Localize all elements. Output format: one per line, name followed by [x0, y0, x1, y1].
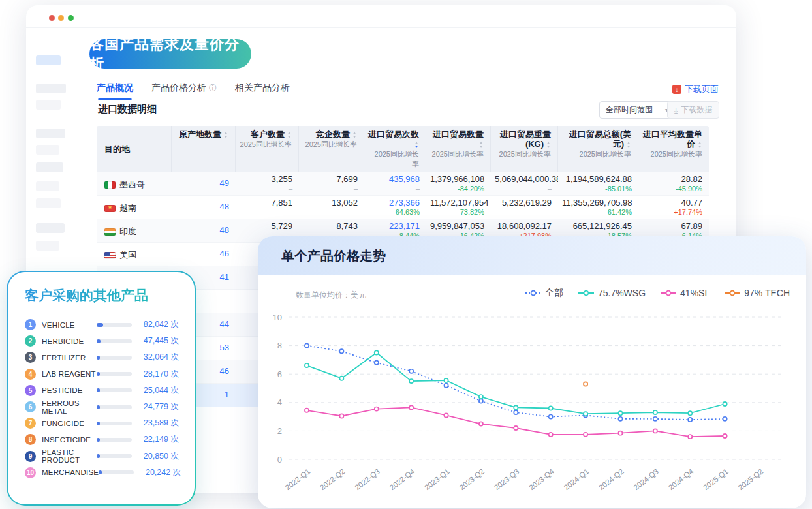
y-axis-tick: 0 [277, 455, 282, 465]
product-list-item[interactable]: 9PLASTIC PRODUCT20,850 次 [25, 448, 179, 465]
product-list-item[interactable]: 8INSECTICIDE22,149 次 [25, 431, 179, 448]
product-count-bar-fill [97, 438, 100, 442]
metric-value[interactable]: 435,968 [368, 174, 420, 185]
sidebar-skeleton-item [36, 129, 65, 138]
product-count-bar-fill [97, 422, 100, 425]
column-header[interactable]: 进口贸易总额(美元)▲▼2025同比增长率 [558, 126, 638, 172]
tab-产品价格分析[interactable]: 产品价格分析ⓘ [151, 82, 217, 100]
tab-相关产品分析[interactable]: 相关产品分析 [235, 82, 290, 100]
origin-count-cell[interactable]: 49 [172, 172, 236, 195]
data-point-75.7%WSG [339, 377, 343, 380]
tab-产品概况[interactable]: 产品概况 [97, 82, 133, 100]
data-point-41%SL [339, 414, 343, 418]
column-header[interactable]: 客户数量▲▼2025同比增长率 [236, 126, 299, 172]
country-name: 美国 [119, 249, 136, 261]
legend-item-75.7%WSG[interactable]: 75.7%WSG [578, 288, 646, 298]
sidebar-skeleton-item [36, 181, 59, 191]
metric-value[interactable]: 273,366 [368, 198, 420, 208]
column-subheader: 2025同比增长率 [562, 149, 631, 159]
sort-icon[interactable]: ▲▼ [478, 141, 484, 149]
metric-value[interactable]: 223,171 [368, 221, 420, 232]
data-point-75.7%WSG [653, 410, 657, 414]
column-header[interactable]: 进口平均数量单价▲▼2025同比增长率 [638, 126, 709, 172]
legend-item-41%SL[interactable]: 41%SL [660, 288, 710, 298]
sort-icon[interactable]: ▲▼ [697, 141, 702, 149]
sort-icon[interactable]: ▲▼ [223, 131, 228, 139]
legend-item-97% TECH[interactable]: 97% TECH [724, 288, 790, 298]
column-header[interactable]: 进口贸易数量▲▼2025同比增长率 [426, 126, 491, 172]
legend-item-全部[interactable]: 全部 [525, 287, 563, 299]
metric-value: 5,232,619.29 [495, 198, 552, 208]
product-list-item[interactable]: 6FERROUS METAL24,779 次 [25, 399, 179, 415]
legend-marker-icon [724, 290, 741, 296]
metric-cell: 435,968– [364, 172, 426, 195]
growth-rate: – [303, 208, 358, 217]
growth-rate: +17.74% [642, 208, 702, 217]
column-header-origin-count[interactable]: 原产地数量▲▼ [172, 126, 236, 172]
close-window-icon[interactable] [49, 15, 55, 21]
product-name: HERBICIDE [42, 337, 97, 345]
metric-value: 8,743 [303, 221, 358, 232]
metric-cell: 3,255– [236, 172, 299, 195]
origin-count-cell[interactable]: 48 [172, 196, 236, 219]
download-page-link[interactable]: ↓ 下载页面 [672, 84, 719, 95]
product-count-bar [97, 356, 132, 360]
product-list-item[interactable]: 3FERTILIZER32,064 次 [25, 349, 179, 365]
chart-legend: 全部75.7%WSG41%SL97% TECH [525, 287, 790, 299]
sort-icon[interactable]: ▲▼ [414, 141, 419, 149]
product-list-item[interactable]: 10MERCHANDISE20,242 次 [25, 465, 179, 481]
rank-badge: 3 [25, 352, 36, 363]
rank-badge: 4 [25, 369, 36, 380]
minimize-window-icon[interactable] [58, 15, 64, 21]
product-list-item[interactable]: 7FUNGICIDE23,589 次 [25, 415, 179, 431]
product-name: FUNGICIDE [42, 420, 97, 427]
metric-value: 40.77 [642, 198, 702, 208]
country-flag-icon [104, 252, 116, 259]
column-header[interactable]: 进口贸易次数▲▼2025同比增长率 [364, 126, 426, 172]
data-point-41%SL [618, 431, 622, 435]
origin-count-cell[interactable]: 46 [172, 243, 236, 266]
data-point-97% TECH [584, 382, 587, 386]
product-list-item[interactable]: 5PESTICIDE25,044 次 [25, 382, 179, 399]
metric-value: 67.89 [642, 221, 702, 232]
rank-badge: 9 [25, 451, 36, 462]
x-axis-tick: 2025-Q2 [737, 467, 765, 491]
data-point-75.7%WSG [688, 411, 692, 415]
origin-count-value: – [225, 296, 229, 305]
table-row[interactable]: 越南487,851–13,052–273,366-64.63%11,572,10… [97, 196, 709, 219]
sidebar-skeleton-item [36, 55, 61, 65]
rank-badge: 8 [25, 434, 36, 445]
metric-value: 7,699 [303, 174, 358, 185]
download-data-button[interactable]: ⤓ 下载数据 [667, 101, 719, 119]
metric-cell: 273,366-64.63% [364, 196, 426, 219]
origin-count-value: 48 [220, 225, 229, 235]
table-row[interactable]: 墨西哥493,255–7,699–435,968–1,379,966,108-8… [97, 172, 709, 196]
y-axis-tick: 2 [277, 426, 282, 436]
product-list-item[interactable]: 4LAB REAGENT28,170 次 [25, 366, 179, 382]
product-count-bar [97, 339, 132, 343]
x-axis-tick: 2024-Q4 [667, 467, 695, 491]
x-axis-tick: 2022-Q1 [284, 467, 312, 491]
sort-icon[interactable]: ▲▼ [546, 141, 551, 149]
maximize-window-icon[interactable] [68, 15, 74, 21]
sort-icon[interactable]: ▲▼ [626, 141, 631, 149]
product-list-item[interactable]: 1VEHICLE82,042 次 [25, 316, 179, 333]
product-count-bar-fill [97, 405, 100, 409]
data-point-全部 [409, 369, 413, 373]
column-header[interactable]: 竞企数量▲▼2025同比增长率 [299, 126, 364, 172]
metric-cell: 13,052– [299, 196, 364, 219]
time-range-select[interactable]: 全部时间范围 ▾ [599, 101, 675, 119]
sort-icon[interactable]: ▲▼ [352, 131, 357, 139]
download-data-label: 下载数据 [681, 104, 712, 116]
rank-badge: 7 [25, 418, 36, 429]
origin-count-cell[interactable]: 48 [172, 219, 236, 242]
column-header[interactable]: 进口贸易重量(KG)▲▼2025同比增长率 [491, 126, 558, 172]
product-count-bar-fill [97, 323, 103, 327]
sort-icon[interactable]: ▲▼ [287, 131, 292, 139]
product-count-bar [97, 405, 132, 409]
data-point-75.7%WSG [305, 363, 309, 367]
product-list-item[interactable]: 2HERBICIDE47,445 次 [25, 333, 179, 349]
rank-badge: 5 [25, 385, 36, 396]
growth-rate: – [495, 208, 552, 217]
growth-rate: – [240, 208, 292, 217]
